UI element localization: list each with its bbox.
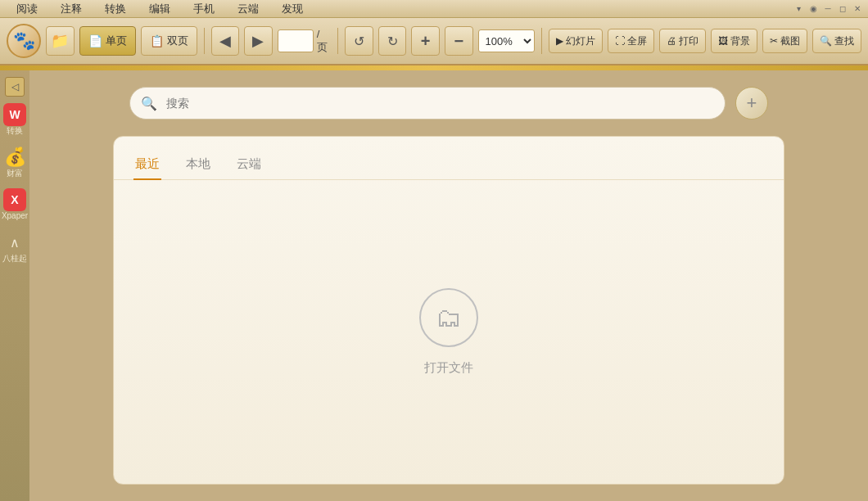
- menu-discover[interactable]: 发现: [270, 0, 314, 18]
- snapshot-button[interactable]: ✂ 截图: [762, 29, 807, 53]
- divider-1: [204, 28, 205, 54]
- background-icon: 🖼: [718, 35, 728, 47]
- sidebar-item-convert[interactable]: W 转换: [1, 100, 29, 139]
- convert-icon: W: [3, 103, 26, 126]
- restore-button[interactable]: ◻: [837, 3, 848, 15]
- logo-icon: 🐾: [13, 30, 35, 52]
- menu-cloud[interactable]: 云端: [226, 0, 270, 18]
- add-button[interactable]: +: [735, 87, 768, 120]
- slideshow-icon: ▶: [556, 35, 563, 47]
- forward-button[interactable]: ▶: [244, 26, 273, 56]
- double-doc-icon: 📋: [150, 34, 164, 47]
- close-button[interactable]: ✕: [852, 3, 863, 15]
- print-icon: 🖨: [667, 35, 676, 47]
- redo-button[interactable]: ↻: [378, 26, 407, 56]
- menu-annotate[interactable]: 注释: [49, 0, 93, 18]
- divider-3: [541, 28, 542, 54]
- main-content-area: 🔍 + 最近 本地 云端 🗂 打开文件: [29, 70, 868, 501]
- menu-read[interactable]: 阅读: [5, 0, 49, 18]
- zoom-select[interactable]: 50% 75% 100% 125% 150% 200%: [478, 29, 535, 52]
- divider-2: [337, 28, 338, 54]
- fullscreen-button[interactable]: ⛶ 全屏: [608, 29, 654, 53]
- print-label: 打印: [679, 34, 698, 48]
- sidebar-item-finance[interactable]: 💰 财富: [1, 142, 29, 182]
- double-page-label: 双页: [167, 34, 188, 48]
- open-folder-button[interactable]: 📁: [46, 26, 75, 56]
- menu-phone[interactable]: 手机: [182, 0, 226, 18]
- page-suffix-label: / 页: [317, 28, 331, 55]
- background-label: 背景: [730, 34, 750, 48]
- finance-icon: 💰: [3, 146, 26, 169]
- find-label: 查找: [834, 34, 854, 48]
- single-page-label: 单页: [106, 34, 127, 48]
- tab-local[interactable]: 本地: [184, 150, 212, 180]
- folder-glyph: 🗂: [436, 303, 462, 333]
- search-input-wrapper: 🔍: [129, 87, 726, 120]
- minimize-button[interactable]: ─: [822, 3, 834, 15]
- zoom-in-button[interactable]: +: [411, 26, 440, 56]
- plus-icon: +: [747, 93, 757, 114]
- tab-cloud[interactable]: 云端: [235, 150, 263, 180]
- empty-folder-icon: 🗂: [419, 288, 478, 347]
- tab-recent[interactable]: 最近: [133, 150, 161, 180]
- back-button[interactable]: ◀: [211, 26, 240, 56]
- skin-icon[interactable]: ◉: [807, 3, 819, 15]
- file-content: 🗂 打开文件: [114, 180, 784, 484]
- search-input[interactable]: [129, 87, 726, 120]
- zoom-out-button[interactable]: −: [445, 26, 473, 56]
- finance-label: 财富: [7, 169, 23, 178]
- settings-icon[interactable]: ▾: [793, 3, 804, 15]
- fullscreen-label: 全屏: [627, 34, 647, 48]
- menu-convert[interactable]: 转换: [93, 0, 138, 18]
- plugin-sidebar: ◁ W 转换 💰 财富 X Xpaper ∧ 八桂起: [0, 70, 29, 501]
- doc-icon: 📄: [88, 34, 102, 47]
- find-button[interactable]: 🔍 查找: [812, 29, 861, 53]
- open-file-label: 打开文件: [424, 360, 473, 376]
- slideshow-label: 幻灯片: [566, 34, 595, 48]
- snapshot-label: 截图: [780, 34, 800, 48]
- double-page-button[interactable]: 📋 双页: [141, 26, 197, 56]
- app-logo[interactable]: 🐾: [7, 24, 41, 58]
- slideshow-button[interactable]: ▶ 幻灯片: [549, 29, 603, 53]
- sidebar-item-xpaper[interactable]: X Xpaper: [1, 185, 29, 224]
- menu-edit[interactable]: 编辑: [138, 0, 182, 18]
- page-navigation: / 页: [278, 28, 331, 55]
- page-number-input[interactable]: [278, 29, 314, 52]
- fullscreen-icon: ⛶: [615, 35, 625, 47]
- search-row: 🔍 +: [129, 87, 768, 120]
- search-icon: 🔍: [141, 96, 157, 111]
- find-icon: 🔍: [820, 35, 832, 47]
- startup-label: 八桂起: [2, 254, 27, 264]
- undo-button[interactable]: ↺: [345, 26, 373, 56]
- print-button[interactable]: 🖨 打印: [659, 29, 706, 53]
- tabs-row: 最近 本地 云端: [114, 137, 784, 180]
- convert-label: 转换: [7, 126, 23, 136]
- file-panel: 最近 本地 云端 🗂 打开文件: [113, 136, 784, 485]
- single-page-button[interactable]: 📄 单页: [79, 26, 136, 56]
- sidebar-item-startup[interactable]: ∧ 八桂起: [1, 228, 29, 267]
- xpaper-label: Xpaper: [2, 211, 28, 221]
- sidebar-collapse-button[interactable]: ◁: [5, 77, 25, 97]
- xpaper-icon: X: [3, 188, 26, 211]
- snapshot-icon: ✂: [770, 35, 778, 47]
- startup-icon: ∧: [3, 231, 26, 254]
- background-button[interactable]: 🖼 背景: [711, 29, 757, 53]
